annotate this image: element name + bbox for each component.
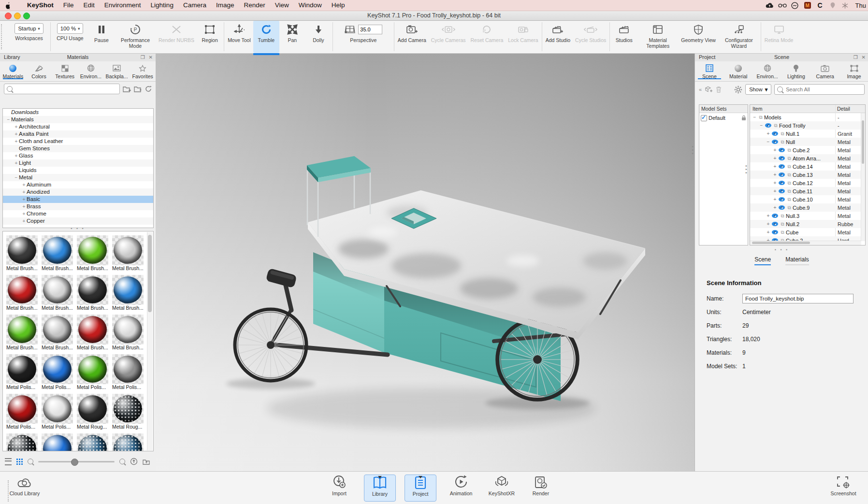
slider-knob[interactable] (71, 459, 78, 466)
tab-image[interactable]: Image (839, 61, 868, 79)
visibility-eye-icon[interactable] (779, 173, 785, 177)
creative-cloud-icon[interactable] (790, 1, 800, 9)
float-panel-icon[interactable]: ❐ (854, 53, 858, 61)
expand-toggle[interactable]: + (21, 217, 27, 225)
realtime-viewport[interactable]: ••• (156, 53, 694, 471)
scene-row-cube11[interactable]: +⧉Cube.11Metal (750, 187, 861, 195)
bluetooth-icon[interactable] (840, 1, 850, 9)
material-thumb[interactable] (42, 433, 73, 451)
geometry-view-button[interactable]: Geometry View (679, 20, 718, 53)
material-thumb[interactable]: Metal Roug... (77, 394, 108, 431)
reset-camera-button[interactable]: Reset Camera (468, 20, 506, 53)
scene-row-cube2[interactable]: +⧉Cube.2Metal (750, 146, 861, 154)
menu-help[interactable]: Help (327, 0, 350, 11)
material-thumb[interactable]: Metal Polis... (42, 354, 73, 391)
thumbnail-size-slider[interactable] (38, 461, 115, 462)
m-app-icon[interactable]: M (803, 1, 812, 9)
material-thumb[interactable] (112, 433, 144, 451)
expand-toggle[interactable]: + (772, 205, 778, 210)
expand-toggle[interactable]: + (772, 164, 778, 169)
tree-item-architectural[interactable]: +Architectural (3, 123, 153, 130)
material-thumb[interactable]: Metal Brush... (6, 275, 38, 312)
material-thumb[interactable]: Metal Polis... (112, 354, 144, 391)
gear-icon[interactable] (734, 86, 742, 94)
render-nurbs-button[interactable]: Render NURBS (156, 20, 197, 53)
scene-tree-scrollbar[interactable] (861, 113, 865, 241)
workspaces-select[interactable]: Startup▾ (14, 23, 43, 34)
glasses-icon[interactable] (778, 1, 787, 9)
scene-row-null[interactable]: −⧉NullMetal (750, 138, 861, 146)
material-thumb[interactable]: Metal Brush... (42, 275, 73, 312)
cloud-upload-icon[interactable] (765, 1, 775, 9)
tree-item-brass[interactable]: +Brass (3, 203, 153, 210)
apple-menu[interactable] (0, 2, 22, 9)
cpu-usage-dropdown[interactable]: 100 %▾ CPU Usage (52, 20, 88, 53)
tree-item-basic[interactable]: +Basic (3, 196, 153, 203)
tree-item-anodized[interactable]: +Anodized (3, 188, 153, 196)
collapse-all-icon[interactable]: « (699, 86, 702, 92)
menu-render[interactable]: Render (239, 0, 270, 11)
scene-row-atom-array[interactable]: +⧉Atom Arra...Metal (750, 154, 861, 162)
scene-row-cube10[interactable]: +⧉Cube.10Metal (750, 195, 861, 203)
visibility-eye-icon[interactable] (779, 148, 785, 152)
visibility-eye-icon[interactable] (779, 181, 785, 185)
scene-name-input[interactable] (742, 294, 854, 303)
cpu-usage-select[interactable]: 100 %▾ (57, 23, 84, 34)
tree-item-chrome[interactable]: +Chrome (3, 210, 153, 217)
tree-item-liquids[interactable]: Liquids (3, 167, 153, 174)
screenshot-button[interactable]: Screenshot (827, 475, 859, 502)
tab-camera[interactable]: Camera (810, 61, 839, 79)
visibility-eye-icon[interactable] (765, 123, 771, 128)
scene-tree-hscrollbar[interactable] (750, 241, 861, 245)
move-tool-button[interactable]: Move Tool (225, 20, 253, 53)
expand-toggle[interactable]: − (759, 123, 764, 128)
scene-row-cube9[interactable]: +⧉Cube.9Metal (750, 203, 861, 212)
visibility-eye-icon[interactable] (772, 222, 778, 226)
tab-scene[interactable]: Scene (695, 61, 724, 79)
animation-button[interactable]: Animation (445, 475, 477, 502)
menu-edit[interactable]: Edit (79, 0, 100, 11)
column-detail[interactable]: Detail (837, 105, 850, 113)
scene-row-cube[interactable]: +⧉CubeMetal (750, 228, 861, 236)
expand-toggle[interactable]: + (21, 196, 27, 203)
menu-file[interactable]: File (58, 0, 79, 11)
add-folder-icon[interactable] (123, 86, 131, 92)
material-thumb[interactable]: Metal Brush... (42, 315, 73, 351)
tab-backplates[interactable]: Backpla... (104, 61, 130, 79)
float-panel-icon[interactable]: ❐ (141, 53, 145, 61)
close-panel-icon[interactable]: ✕ (862, 53, 866, 61)
expand-toggle[interactable]: + (21, 181, 27, 188)
delete-icon[interactable] (716, 86, 722, 93)
import-button[interactable]: Import (323, 475, 355, 502)
subtab-scene[interactable]: Scene (754, 256, 771, 265)
expand-toggle[interactable]: + (21, 210, 27, 217)
show-dropdown[interactable]: Show▾ (745, 84, 771, 95)
expand-toggle[interactable]: + (21, 203, 27, 210)
scene-row-models[interactable]: −⧉Models- (750, 113, 861, 121)
columns-splitter-handle[interactable]: ••• (745, 164, 747, 174)
material-thumb[interactable]: Metal Brush... (42, 235, 73, 272)
material-thumb[interactable]: Metal Brush... (77, 275, 108, 312)
expand-toggle[interactable]: + (766, 213, 771, 218)
visibility-eye-icon[interactable] (772, 230, 778, 234)
list-view-icon[interactable] (5, 458, 12, 465)
workspaces-dropdown[interactable]: Startup▾ Workspaces (9, 20, 49, 53)
menu-lighting[interactable]: Lighting (146, 0, 178, 11)
expand-toggle[interactable]: + (21, 188, 27, 196)
menu-environment[interactable]: Environment (100, 0, 146, 11)
add-geometry-icon[interactable] (705, 86, 713, 93)
tree-item-glass[interactable]: +Glass (3, 152, 153, 159)
visibility-eye-icon[interactable] (779, 164, 785, 169)
expand-toggle[interactable]: + (772, 188, 778, 194)
menubar-clock-day[interactable]: Thu (852, 2, 868, 9)
scene-row-null1[interactable]: +⧉Null.1Granit (750, 130, 861, 138)
keyshotxr-button[interactable]: KeyShotXR (483, 475, 520, 502)
tab-environment[interactable]: Environ... (753, 61, 782, 79)
import-folder-icon[interactable] (134, 86, 142, 92)
subtab-materials[interactable]: Materials (785, 256, 809, 265)
material-thumb[interactable]: Metal Brush... (6, 315, 38, 351)
studios-button[interactable]: Studios (611, 20, 637, 53)
dolly-button[interactable]: Dolly (305, 20, 332, 53)
material-thumb[interactable] (6, 433, 38, 451)
material-thumb[interactable]: Metal Roug... (112, 394, 144, 431)
